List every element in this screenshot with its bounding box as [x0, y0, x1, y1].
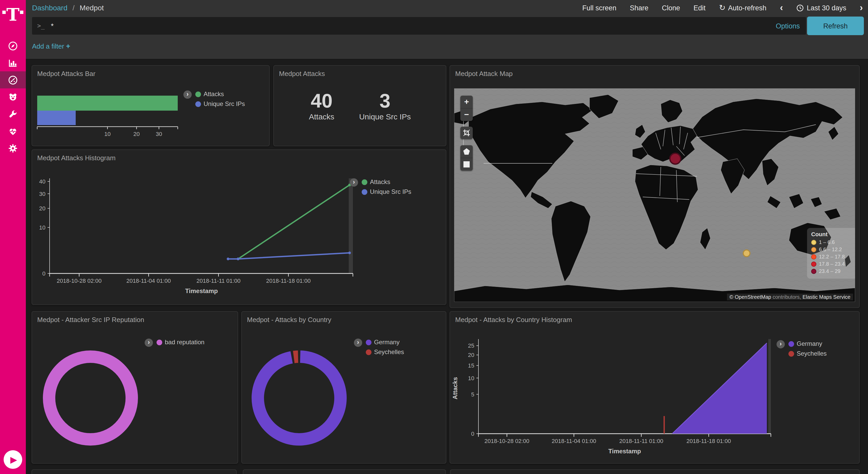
clock-icon	[797, 4, 804, 11]
legend-color-dot	[366, 339, 371, 345]
svg-text:2018-11-04 01:00: 2018-11-04 01:00	[552, 438, 596, 444]
time-forward-button[interactable]: ›	[860, 3, 863, 12]
openstreetmap-link[interactable]: © OpenStreetMap	[730, 294, 771, 300]
auto-refresh-button[interactable]: ↻ Auto-refresh	[719, 3, 767, 12]
legend-item[interactable]: Attacks	[195, 90, 245, 98]
country-donut-chart[interactable]	[242, 341, 356, 455]
bar-chart-icon	[8, 58, 18, 68]
heartbeat-icon	[8, 126, 18, 136]
sidebar-item-honeypot[interactable]	[0, 88, 26, 106]
map-draw-polygon-button[interactable]	[460, 145, 473, 158]
legend-color-dot	[195, 101, 201, 107]
legend: ›GermanySeychelles	[354, 338, 404, 358]
legend-color-dot	[157, 339, 162, 345]
svg-text:20: 20	[468, 352, 474, 358]
edit-button[interactable]: Edit	[693, 4, 706, 11]
sidebar-item-visualize[interactable]	[0, 54, 26, 71]
world-map-svg	[454, 88, 855, 302]
legend-item[interactable]: Seychelles	[788, 350, 827, 357]
panel-title[interactable]: Medpot Attacks Bar	[37, 70, 95, 78]
query-input[interactable]: *	[51, 22, 54, 30]
legend-item[interactable]: Unique Src IPs	[195, 100, 245, 108]
sidebar-item-discover[interactable]	[0, 37, 26, 54]
panel-country-histogram: Medpot - Attacks by Country Histogram 05…	[450, 311, 860, 464]
legend-color-dot	[362, 189, 367, 195]
map-legend-item: 17.8 – 23.4	[811, 261, 853, 267]
map-marker-seychelles[interactable]	[743, 250, 750, 257]
attacks-histogram-chart[interactable]: 0102030402018-10-28 02:002018-11-04 01:0…	[32, 150, 446, 304]
map-draw-rect-button[interactable]	[460, 158, 473, 171]
reputation-donut-chart[interactable]	[34, 341, 147, 455]
map-fit-bounds-button[interactable]	[460, 127, 473, 139]
top-nav-bar: Dashboard / Medpot Full screen Share Clo…	[26, 0, 868, 16]
legend-expand-icon[interactable]: ›	[145, 338, 153, 347]
breadcrumb-dashboard-link[interactable]: Dashboard	[32, 4, 67, 12]
crop-icon	[463, 129, 470, 137]
legend-expand-icon[interactable]: ›	[777, 340, 785, 348]
country-histogram-chart[interactable]: 05101520252018-10-28 02:002018-11-04 01:…	[450, 312, 859, 463]
panel-title[interactable]: Medpot Attacks Histogram	[37, 154, 116, 162]
map-attribution: © OpenStreetMap contributors, Elastic Ma…	[727, 294, 853, 300]
sidebar-item-dev-tools[interactable]	[0, 106, 26, 122]
wrench-icon	[8, 109, 18, 119]
svg-text:2018-11-11 01:00: 2018-11-11 01:00	[196, 277, 241, 284]
panel-title[interactable]: Medpot - Attacks by Country Histogram	[455, 316, 572, 324]
legend-item[interactable]: Seychelles	[366, 348, 404, 356]
svg-text:10: 10	[468, 375, 474, 382]
clone-button[interactable]: Clone	[662, 4, 680, 11]
sidebar-item-dashboard[interactable]	[0, 71, 26, 88]
map-legend-item: 23.4 – 29	[811, 268, 853, 274]
metric-label: Attacks	[309, 112, 334, 121]
legend-color-dot	[366, 349, 371, 355]
svg-text:5: 5	[471, 391, 474, 398]
map-legend-item: 12.2 – 17.8	[811, 254, 853, 260]
time-back-button[interactable]: ‹	[780, 3, 783, 12]
metric-group: 40 Attacks 3 Unique Src IPs	[274, 90, 446, 121]
map-zoom-out-button[interactable]: −	[460, 109, 473, 121]
sidebar-collapse-button[interactable]: ▶	[4, 450, 22, 469]
query-options-link[interactable]: Options	[776, 22, 800, 30]
panel-stub	[32, 469, 237, 474]
time-range-button[interactable]: Last 30 days	[797, 4, 846, 11]
legend-item[interactable]: Unique Src IPs	[362, 188, 411, 196]
panel-src-ip-reputation: Medpot - Attacker Src IP Reputation ›bad…	[32, 311, 238, 464]
panel-title[interactable]: Medpot - Attacks by Country	[247, 316, 332, 324]
panel-title[interactable]: Medpot - Attacker Src IP Reputation	[37, 316, 144, 324]
panel-attacks-histogram: Medpot Attacks Histogram 0102030402018-1…	[32, 149, 446, 305]
svg-text:2018-11-04 01:00: 2018-11-04 01:00	[126, 277, 171, 284]
refresh-cycle-icon: ↻	[719, 3, 725, 12]
legend-color-dot	[788, 351, 794, 356]
svg-text:20: 20	[39, 205, 45, 212]
legend-expand-icon[interactable]: ›	[350, 178, 358, 187]
map-zoom-in-button[interactable]: +	[460, 96, 473, 109]
legend: ›bad reputation	[145, 338, 204, 348]
metric-unique-src-ips: 3 Unique Src IPs	[359, 90, 411, 121]
legend-item[interactable]: Germany	[366, 338, 404, 346]
map-marker-germany[interactable]	[670, 153, 681, 164]
panel-title[interactable]: Medpot Attacks	[279, 70, 325, 78]
sidebar-item-management[interactable]	[0, 140, 26, 157]
legend-item[interactable]: Germany	[788, 340, 827, 347]
svg-text:25: 25	[468, 343, 474, 349]
telekom-logo[interactable]: ▪T▪	[0, 3, 26, 26]
square-icon	[463, 161, 470, 168]
svg-text:Attacks: Attacks	[452, 377, 459, 399]
svg-text:30: 30	[156, 131, 162, 137]
gear-icon	[8, 143, 18, 153]
share-button[interactable]: Share	[630, 4, 648, 11]
query-bar[interactable]: >_ * Options	[32, 17, 806, 35]
fullscreen-button[interactable]: Full screen	[582, 4, 616, 11]
legend-item[interactable]: Attacks	[362, 178, 411, 185]
elastic-maps-link[interactable]: Elastic Maps Service	[802, 294, 850, 300]
add-filter-link[interactable]: Add a filter +	[32, 42, 70, 50]
refresh-button[interactable]: Refresh	[807, 17, 864, 35]
legend-expand-icon[interactable]: ›	[354, 338, 362, 347]
legend-color-dot	[195, 91, 201, 97]
legend-item[interactable]: bad reputation	[157, 338, 204, 346]
panel-title[interactable]: Medpot Attack Map	[455, 70, 513, 78]
world-map[interactable]: + − Count 1 – 6.66.6 – 12.212.2 – 17.817…	[454, 88, 855, 302]
breadcrumb: Dashboard / Medpot	[32, 4, 104, 12]
panel-stub	[450, 469, 860, 474]
sidebar-item-monitoring[interactable]	[0, 122, 26, 140]
legend-expand-icon[interactable]: ›	[183, 90, 192, 99]
